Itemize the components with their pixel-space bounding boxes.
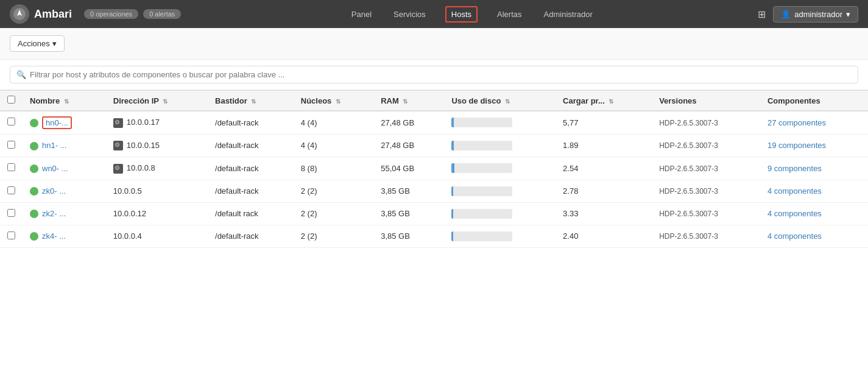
col-disco-label: Uso de disco: [451, 96, 501, 105]
row-checkbox[interactable]: [7, 163, 15, 171]
col-componentes: Componentes: [760, 91, 868, 111]
components-link[interactable]: 4 componentes: [767, 186, 822, 196]
row-ip: 10.0.0.8: [127, 163, 155, 172]
nav-links: Panel Servicios Hosts Alertas Administra…: [186, 1, 758, 27]
row-ram-cell: 3,85 GB: [373, 202, 444, 225]
status-dot: [30, 119, 38, 127]
status-dot: [30, 210, 38, 218]
row-load: 5,77: [563, 118, 578, 127]
row-rack: /default-rack: [215, 231, 259, 241]
col-nucleos-sort-icon[interactable]: ⇅: [336, 98, 340, 105]
disk-bar: [451, 231, 512, 241]
row-name-cell: zk4- ...: [23, 225, 106, 247]
col-cargar: Cargar pr... ⇅: [556, 91, 652, 111]
disk-bar: [451, 118, 512, 127]
row-version: HDP-2.6.5.3007-3: [659, 187, 718, 196]
row-version-cell: HDP-2.6.5.3007-3: [652, 225, 760, 247]
disk-bar-fill: [451, 209, 453, 219]
host-link[interactable]: zk0- ...: [42, 186, 66, 196]
search-input[interactable]: [30, 70, 852, 79]
nav-panel[interactable]: Panel: [349, 1, 374, 27]
row-load: 3.33: [563, 209, 578, 218]
row-rack-cell: /default-rack: [208, 225, 294, 247]
host-link[interactable]: zk4- ...: [42, 231, 66, 241]
col-ram: RAM ⇅: [373, 91, 444, 111]
row-ram: 3,85 GB: [381, 231, 410, 241]
row-checkbox[interactable]: [7, 209, 15, 217]
components-link[interactable]: 9 componentes: [767, 164, 822, 173]
alerts-badge[interactable]: 0 alertas: [143, 9, 181, 19]
table-row: zk2- ...10.0.0.12/default rack2 (2)3,85 …: [0, 202, 868, 225]
table-row: zk0- ...10.0.0.5/default-rack2 (2)3,85 G…: [0, 180, 868, 202]
components-link[interactable]: 4 componentes: [767, 231, 822, 241]
user-icon: 👤: [781, 10, 791, 19]
nav-administrador[interactable]: Administrador: [542, 1, 595, 27]
grid-icon[interactable]: ⊞: [758, 9, 766, 20]
col-cargar-sort-icon[interactable]: ⇅: [609, 98, 613, 105]
components-link[interactable]: 27 componentes: [767, 118, 826, 127]
row-load-cell: 5,77: [556, 111, 652, 134]
nav-alertas[interactable]: Alertas: [495, 1, 524, 27]
col-ip-sort-icon[interactable]: ⇅: [163, 98, 168, 105]
col-nucleos-label: Núcleos: [301, 96, 332, 105]
row-ip-cell: 10.0.0.12: [106, 202, 208, 225]
disk-bar-fill: [451, 141, 454, 150]
row-version-cell: HDP-2.6.5.3007-3: [652, 157, 760, 180]
row-rack-cell: /default-rack: [208, 157, 294, 180]
row-name-cell: zk2- ...: [23, 202, 106, 225]
ops-badge[interactable]: 0 operaciones: [84, 9, 138, 19]
main-content: Acciones ▾ 🔍 Nombre ⇅ Dirección IP ⇅: [0, 28, 868, 385]
navbar: Ambari 0 operaciones 0 alertas Panel Ser…: [0, 0, 868, 28]
row-cores: 2 (2): [301, 231, 317, 241]
row-cores: 2 (2): [301, 186, 317, 196]
row-version: HDP-2.6.5.3007-3: [659, 141, 718, 150]
select-all-checkbox[interactable]: [7, 96, 15, 104]
row-cores: 8 (8): [301, 164, 317, 173]
col-bastidor-sort-icon[interactable]: ⇅: [251, 98, 256, 105]
navbar-right: ⊞ 👤 administrador ▾: [758, 6, 858, 23]
row-rack-cell: /default rack: [208, 202, 294, 225]
components-link[interactable]: 4 componentes: [767, 209, 822, 218]
disk-bar: [451, 141, 512, 150]
row-checkbox[interactable]: [7, 141, 15, 149]
col-nombre-label: Nombre: [30, 96, 60, 105]
row-disk-cell: [444, 202, 556, 225]
nav-hosts[interactable]: Hosts: [445, 6, 478, 23]
row-version-cell: HDP-2.6.5.3007-3: [652, 180, 760, 202]
row-load: 2.54: [563, 164, 578, 173]
col-nucleos: Núcleos ⇅: [294, 91, 373, 111]
col-nombre-sort-icon[interactable]: ⇅: [64, 98, 69, 105]
search-icon: 🔍: [16, 70, 26, 79]
row-load-cell: 3.33: [556, 202, 652, 225]
row-components-cell: 19 componentes: [760, 134, 868, 157]
col-bastidor: Bastidor ⇅: [208, 91, 294, 111]
row-cores-cell: 2 (2): [294, 225, 373, 247]
nav-servicios[interactable]: Servicios: [391, 1, 428, 27]
row-version: HDP-2.6.5.3007-3: [659, 210, 718, 218]
row-name-cell: hn1- ...: [23, 134, 106, 157]
row-checkbox-cell: [0, 202, 23, 225]
col-nombre: Nombre ⇅: [23, 91, 106, 111]
row-checkbox[interactable]: [7, 118, 15, 125]
host-link[interactable]: zk2- ...: [42, 209, 66, 218]
row-checkbox[interactable]: [7, 231, 15, 239]
user-menu-button[interactable]: 👤 administrador ▾: [773, 6, 858, 23]
status-dot: [30, 232, 38, 241]
host-link[interactable]: hn1- ...: [42, 141, 66, 150]
row-cores-cell: 2 (2): [294, 180, 373, 202]
server-icon: [113, 141, 123, 150]
host-link[interactable]: wn0- ...: [42, 164, 68, 173]
row-components-cell: 9 componentes: [760, 157, 868, 180]
row-version: HDP-2.6.5.3007-3: [659, 119, 718, 127]
row-checkbox-cell: [0, 111, 23, 134]
row-version-cell: HDP-2.6.5.3007-3: [652, 202, 760, 225]
user-name: administrador: [794, 10, 842, 19]
row-checkbox[interactable]: [7, 186, 15, 194]
col-ram-sort-icon[interactable]: ⇅: [403, 98, 408, 105]
host-link[interactable]: hn0-...: [42, 116, 72, 129]
row-checkbox-cell: [0, 180, 23, 202]
row-ram-cell: 3,85 GB: [373, 225, 444, 247]
acciones-button[interactable]: Acciones ▾: [10, 35, 65, 52]
components-link[interactable]: 19 componentes: [767, 141, 826, 150]
col-disco-sort-icon[interactable]: ⇅: [505, 98, 510, 105]
